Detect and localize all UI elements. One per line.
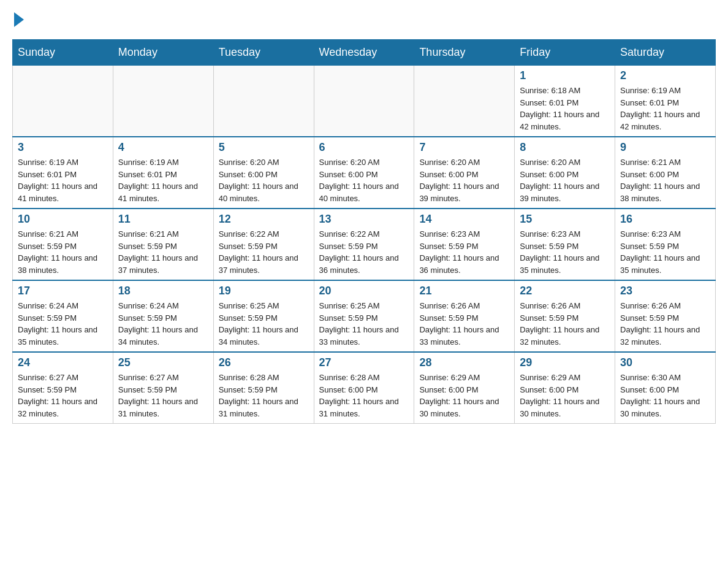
day-number: 18 — [118, 285, 208, 297]
calendar-cell: 13Sunrise: 6:22 AMSunset: 5:59 PMDayligh… — [314, 209, 414, 280]
day-number: 19 — [219, 285, 309, 297]
day-number: 2 — [620, 69, 710, 82]
calendar-cell: 29Sunrise: 6:29 AMSunset: 6:00 PMDayligh… — [515, 352, 615, 424]
day-info: Sunrise: 6:20 AMSunset: 6:00 PMDaylight:… — [520, 156, 610, 204]
page-header — [12, 12, 716, 27]
day-number: 26 — [219, 356, 309, 369]
day-info: Sunrise: 6:19 AMSunset: 6:01 PMDaylight:… — [18, 156, 108, 204]
calendar-cell: 11Sunrise: 6:21 AMSunset: 5:59 PMDayligh… — [113, 209, 213, 280]
day-info: Sunrise: 6:21 AMSunset: 5:59 PMDaylight:… — [18, 228, 108, 276]
day-number: 4 — [118, 141, 208, 154]
day-number: 10 — [18, 213, 108, 226]
calendar-cell: 7Sunrise: 6:20 AMSunset: 6:00 PMDaylight… — [414, 137, 515, 209]
day-info: Sunrise: 6:20 AMSunset: 6:00 PMDaylight:… — [319, 156, 409, 204]
day-number: 29 — [520, 356, 610, 369]
week-row-5: 24Sunrise: 6:27 AMSunset: 5:59 PMDayligh… — [13, 352, 716, 424]
week-row-3: 10Sunrise: 6:21 AMSunset: 5:59 PMDayligh… — [13, 209, 716, 280]
weekday-header-thursday: Thursday — [414, 40, 515, 66]
calendar-cell: 26Sunrise: 6:28 AMSunset: 5:59 PMDayligh… — [213, 352, 314, 424]
day-info: Sunrise: 6:29 AMSunset: 6:00 PMDaylight:… — [419, 372, 509, 419]
day-number: 3 — [18, 141, 108, 154]
day-info: Sunrise: 6:22 AMSunset: 5:59 PMDaylight:… — [319, 228, 409, 276]
calendar-cell: 22Sunrise: 6:26 AMSunset: 5:59 PMDayligh… — [515, 280, 615, 352]
calendar-cell: 3Sunrise: 6:19 AMSunset: 6:01 PMDaylight… — [13, 137, 113, 209]
day-number: 22 — [520, 285, 610, 297]
calendar-cell: 21Sunrise: 6:26 AMSunset: 5:59 PMDayligh… — [414, 280, 515, 352]
day-info: Sunrise: 6:21 AMSunset: 6:00 PMDaylight:… — [620, 156, 710, 204]
day-info: Sunrise: 6:20 AMSunset: 6:00 PMDaylight:… — [419, 156, 509, 204]
calendar-cell — [314, 66, 414, 137]
day-number: 27 — [319, 356, 409, 369]
day-number: 25 — [118, 356, 208, 369]
day-info: Sunrise: 6:19 AMSunset: 6:01 PMDaylight:… — [118, 156, 208, 204]
day-number: 15 — [520, 213, 610, 226]
day-number: 6 — [319, 141, 409, 154]
calendar-cell: 19Sunrise: 6:25 AMSunset: 5:59 PMDayligh… — [213, 280, 314, 352]
day-info: Sunrise: 6:21 AMSunset: 5:59 PMDaylight:… — [118, 228, 208, 276]
calendar-cell: 23Sunrise: 6:26 AMSunset: 5:59 PMDayligh… — [615, 280, 716, 352]
day-info: Sunrise: 6:25 AMSunset: 5:59 PMDaylight:… — [319, 300, 409, 348]
logo — [12, 12, 24, 27]
day-info: Sunrise: 6:24 AMSunset: 5:59 PMDaylight:… — [118, 300, 208, 348]
weekday-header-monday: Monday — [113, 40, 213, 66]
day-info: Sunrise: 6:28 AMSunset: 5:59 PMDaylight:… — [219, 372, 309, 419]
day-number: 21 — [419, 285, 509, 297]
day-info: Sunrise: 6:26 AMSunset: 5:59 PMDaylight:… — [419, 300, 509, 348]
day-info: Sunrise: 6:25 AMSunset: 5:59 PMDaylight:… — [219, 300, 309, 348]
calendar-cell: 12Sunrise: 6:22 AMSunset: 5:59 PMDayligh… — [213, 209, 314, 280]
calendar-cell — [414, 66, 515, 137]
day-info: Sunrise: 6:23 AMSunset: 5:59 PMDaylight:… — [620, 228, 710, 276]
day-number: 24 — [18, 356, 108, 369]
day-info: Sunrise: 6:27 AMSunset: 5:59 PMDaylight:… — [18, 372, 108, 419]
calendar-cell — [213, 66, 314, 137]
day-info: Sunrise: 6:27 AMSunset: 5:59 PMDaylight:… — [118, 372, 208, 419]
day-number: 1 — [520, 69, 610, 82]
week-row-2: 3Sunrise: 6:19 AMSunset: 6:01 PMDaylight… — [13, 137, 716, 209]
week-row-4: 17Sunrise: 6:24 AMSunset: 5:59 PMDayligh… — [13, 280, 716, 352]
day-info: Sunrise: 6:26 AMSunset: 5:59 PMDaylight:… — [620, 300, 710, 348]
calendar-cell: 16Sunrise: 6:23 AMSunset: 5:59 PMDayligh… — [615, 209, 716, 280]
weekday-header-saturday: Saturday — [615, 40, 716, 66]
day-number: 8 — [520, 141, 610, 154]
day-number: 17 — [18, 285, 108, 297]
day-info: Sunrise: 6:29 AMSunset: 6:00 PMDaylight:… — [520, 372, 610, 419]
weekday-header-friday: Friday — [515, 40, 615, 66]
day-number: 28 — [419, 356, 509, 369]
day-number: 23 — [620, 285, 710, 297]
calendar-cell: 1Sunrise: 6:18 AMSunset: 6:01 PMDaylight… — [515, 66, 615, 137]
calendar-cell: 4Sunrise: 6:19 AMSunset: 6:01 PMDaylight… — [113, 137, 213, 209]
calendar-cell: 27Sunrise: 6:28 AMSunset: 6:00 PMDayligh… — [314, 352, 414, 424]
day-info: Sunrise: 6:18 AMSunset: 6:01 PMDaylight:… — [520, 85, 610, 132]
calendar-cell — [13, 66, 113, 137]
calendar-cell: 25Sunrise: 6:27 AMSunset: 5:59 PMDayligh… — [113, 352, 213, 424]
calendar-cell: 5Sunrise: 6:20 AMSunset: 6:00 PMDaylight… — [213, 137, 314, 209]
calendar-cell: 28Sunrise: 6:29 AMSunset: 6:00 PMDayligh… — [414, 352, 515, 424]
calendar-cell: 18Sunrise: 6:24 AMSunset: 5:59 PMDayligh… — [113, 280, 213, 352]
calendar-cell: 20Sunrise: 6:25 AMSunset: 5:59 PMDayligh… — [314, 280, 414, 352]
weekday-header-tuesday: Tuesday — [213, 40, 314, 66]
calendar-cell: 14Sunrise: 6:23 AMSunset: 5:59 PMDayligh… — [414, 209, 515, 280]
day-number: 30 — [620, 356, 710, 369]
day-number: 20 — [319, 285, 409, 297]
calendar-cell — [113, 66, 213, 137]
calendar-cell: 9Sunrise: 6:21 AMSunset: 6:00 PMDaylight… — [615, 137, 716, 209]
day-info: Sunrise: 6:26 AMSunset: 5:59 PMDaylight:… — [520, 300, 610, 348]
day-number: 13 — [319, 213, 409, 226]
day-info: Sunrise: 6:24 AMSunset: 5:59 PMDaylight:… — [18, 300, 108, 348]
weekday-header-sunday: Sunday — [13, 40, 113, 66]
calendar-cell: 15Sunrise: 6:23 AMSunset: 5:59 PMDayligh… — [515, 209, 615, 280]
day-info: Sunrise: 6:30 AMSunset: 6:00 PMDaylight:… — [620, 372, 710, 419]
day-info: Sunrise: 6:28 AMSunset: 6:00 PMDaylight:… — [319, 372, 409, 419]
calendar-cell: 24Sunrise: 6:27 AMSunset: 5:59 PMDayligh… — [13, 352, 113, 424]
day-number: 7 — [419, 141, 509, 154]
calendar-cell: 17Sunrise: 6:24 AMSunset: 5:59 PMDayligh… — [13, 280, 113, 352]
day-number: 14 — [419, 213, 509, 226]
day-info: Sunrise: 6:20 AMSunset: 6:00 PMDaylight:… — [219, 156, 309, 204]
day-info: Sunrise: 6:23 AMSunset: 5:59 PMDaylight:… — [419, 228, 509, 276]
calendar-cell: 10Sunrise: 6:21 AMSunset: 5:59 PMDayligh… — [13, 209, 113, 280]
calendar-table: SundayMondayTuesdayWednesdayThursdayFrid… — [12, 39, 716, 424]
calendar-cell: 6Sunrise: 6:20 AMSunset: 6:00 PMDaylight… — [314, 137, 414, 209]
day-number: 12 — [219, 213, 309, 226]
day-info: Sunrise: 6:22 AMSunset: 5:59 PMDaylight:… — [219, 228, 309, 276]
calendar-cell: 30Sunrise: 6:30 AMSunset: 6:00 PMDayligh… — [615, 352, 716, 424]
